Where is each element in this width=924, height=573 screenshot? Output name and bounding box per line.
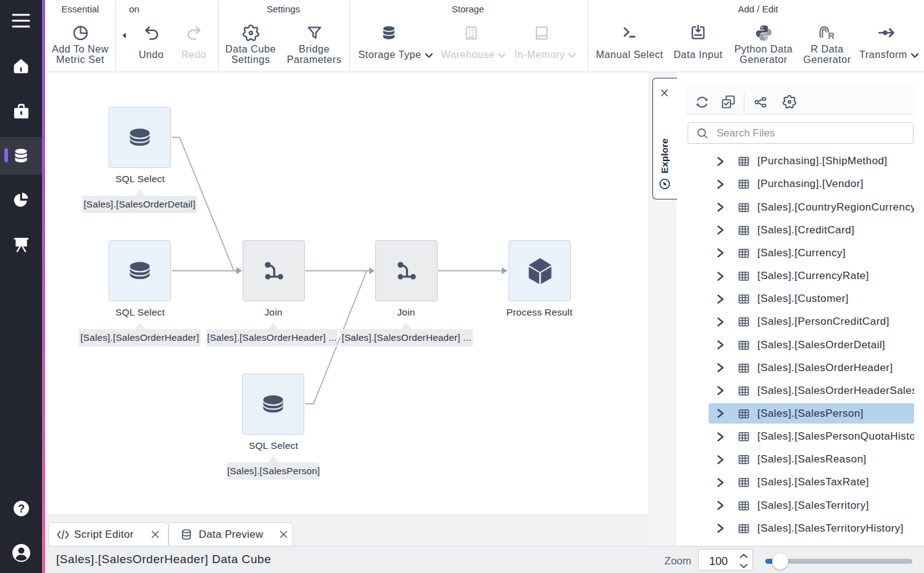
svg-text:R: R — [828, 31, 835, 41]
svg-text:?: ? — [18, 503, 25, 515]
